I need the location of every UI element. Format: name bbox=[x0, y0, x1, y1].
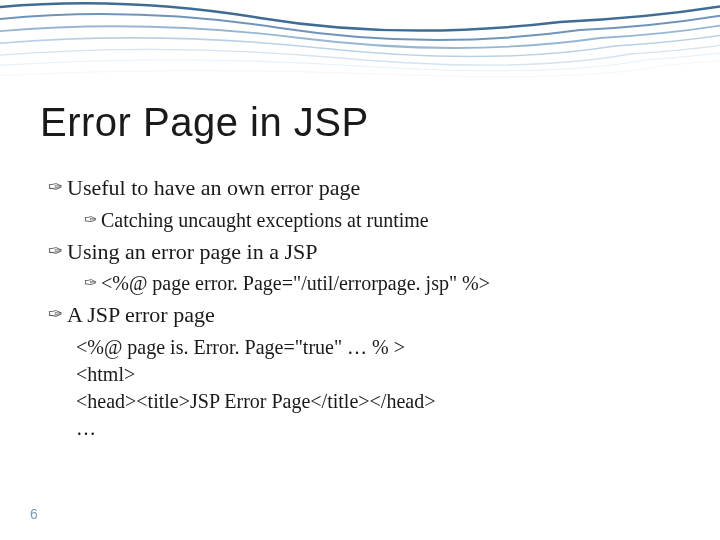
sub-bullet-list: ✑ <%@ page error. Page="/util/errorpage.… bbox=[48, 270, 680, 296]
sub-bullet-item: ✑ Catching uncaught exceptions at runtim… bbox=[84, 207, 680, 233]
main-bullet-list: ✑ Useful to have an own error page ✑ Cat… bbox=[40, 173, 680, 330]
code-line: … bbox=[76, 415, 680, 442]
bullet-icon: ✑ bbox=[48, 173, 63, 201]
slide-content: Error Page in JSP ✑ Useful to have an ow… bbox=[0, 0, 720, 442]
sub-bullet-text: Catching uncaught exceptions at runtime bbox=[101, 207, 429, 233]
bullet-text: A JSP error page bbox=[67, 300, 215, 330]
bullet-item: ✑ Useful to have an own error page bbox=[48, 173, 680, 203]
bullet-icon: ✑ bbox=[48, 300, 63, 328]
code-line: <html> bbox=[76, 361, 680, 388]
bullet-text: Using an error page in a JSP bbox=[67, 237, 318, 267]
bullet-item: ✑ A JSP error page bbox=[48, 300, 680, 330]
code-line: <head><title>JSP Error Page</title></hea… bbox=[76, 388, 680, 415]
sub-bullet-item: ✑ <%@ page error. Page="/util/errorpage.… bbox=[84, 270, 680, 296]
page-number: 6 bbox=[30, 506, 38, 522]
code-line: <%@ page is. Error. Page="true" … % > bbox=[76, 334, 680, 361]
bullet-text: Useful to have an own error page bbox=[67, 173, 360, 203]
bullet-icon: ✑ bbox=[48, 237, 63, 265]
slide-title: Error Page in JSP bbox=[40, 100, 680, 145]
sub-bullet-list: ✑ Catching uncaught exceptions at runtim… bbox=[48, 207, 680, 233]
code-block: <%@ page is. Error. Page="true" … % > <h… bbox=[40, 334, 680, 442]
bullet-icon: ✑ bbox=[84, 207, 97, 233]
sub-bullet-text: <%@ page error. Page="/util/errorpage. j… bbox=[101, 270, 490, 296]
bullet-icon: ✑ bbox=[84, 270, 97, 296]
bullet-item: ✑ Using an error page in a JSP bbox=[48, 237, 680, 267]
